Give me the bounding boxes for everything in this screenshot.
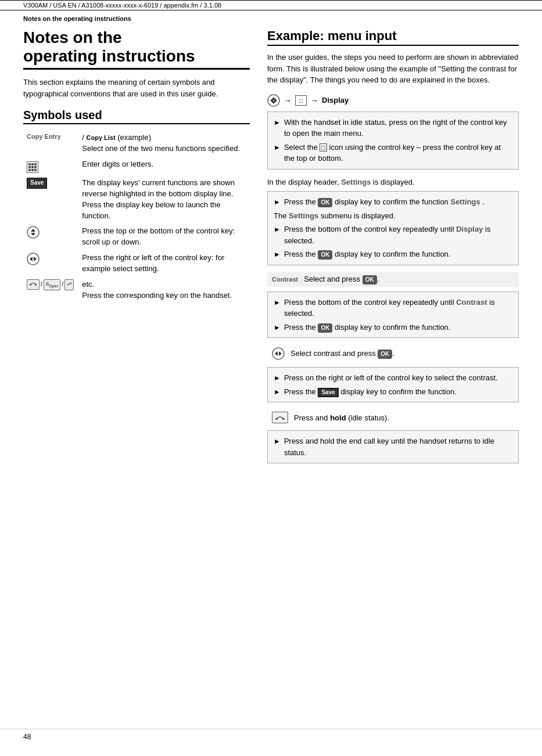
svg-marker-11 (270, 98, 273, 103)
box2-item1: ► Press the OK display key to confirm th… (274, 196, 512, 208)
bullet-icon: ► (274, 387, 281, 397)
control-updown-icon (27, 226, 40, 239)
grid-icon (27, 161, 38, 173)
table-row: / 0Oper / *o etc.Press the corresponding… (23, 277, 250, 304)
svg-rect-16 (275, 418, 278, 420)
box3-item2: ► Press the OK display key to confirm th… (274, 322, 512, 333)
arrow2: → (310, 96, 318, 105)
instruction-box-5: ► Press and hold the end call key until … (267, 430, 519, 463)
header-bar: V300AM / USA EN / A31008-xxxxx-xxxx-x-60… (0, 0, 542, 10)
ok-button-icon: OK (362, 275, 377, 285)
svg-marker-2 (31, 233, 35, 236)
svg-point-13 (272, 348, 284, 359)
symbol-key (23, 250, 78, 277)
save-icon: Save (27, 178, 47, 189)
box3-item1: ► Press the bottom of the control key re… (274, 297, 512, 319)
symbol-key: Copy Entry (23, 130, 78, 157)
symbol-desc: / Copy List (example) Select one of the … (78, 130, 250, 157)
symbol-key (23, 224, 78, 250)
symbol-desc: Press the right or left of the control k… (78, 250, 250, 277)
bullet-icon: ► (274, 373, 281, 383)
ok-button-icon: OK (318, 250, 332, 260)
table-row: Copy Entry / Copy List (example) Select … (23, 130, 250, 157)
main-content: Notes on the operating instructions This… (0, 23, 542, 505)
box2-item2: The Settings submenu is displayed. (274, 210, 512, 222)
symbols-heading: Symbols used (23, 109, 250, 124)
table-row: Save The display keys' current functions… (23, 175, 250, 224)
box2-item3: ► Press the bottom of the control key re… (274, 224, 512, 246)
svg-marker-14 (275, 351, 278, 356)
instruction-box-2: ► Press the OK display key to confirm th… (267, 191, 519, 265)
inline-text-1: In the display header, Settings is displ… (267, 177, 519, 188)
arrow1: → (283, 96, 292, 105)
svg-rect-6 (30, 284, 31, 286)
ok-button-icon: OK (378, 350, 392, 359)
nav-row: → □ → Display (267, 94, 519, 107)
symbol-desc: The display keys' current functions are … (78, 175, 250, 224)
contrast-label: Contrast (272, 276, 298, 283)
footer: 48 (0, 729, 542, 744)
symbol-desc: Enter digits or letters. (78, 157, 250, 175)
right-column: Example: menu input In the user guides, … (267, 28, 519, 470)
right-heading: Example: menu input (267, 28, 519, 46)
intro-text: This section explains the meaning of cer… (23, 77, 250, 99)
left-column: Notes on the operating instructions This… (23, 28, 250, 470)
instruction-box-3: ► Press the bottom of the control key re… (267, 291, 519, 339)
nav-display-label: Display (322, 96, 349, 105)
oper-key-icon: 0Oper (44, 279, 60, 290)
symbol-key (23, 157, 78, 175)
box4-item2: ► Press the Save display key to confirm … (274, 386, 512, 398)
symbol-table: Copy Entry / Copy List (example) Select … (23, 130, 250, 303)
svg-rect-7 (35, 284, 37, 286)
main-title-block: Notes on the operating instructions (23, 28, 250, 70)
right-intro: In the user guides, the steps you need t… (267, 52, 519, 86)
bullet-icon: ► (274, 297, 281, 308)
table-row: Press the top or the bottom of the contr… (23, 224, 250, 250)
bullet-icon: ► (274, 117, 281, 128)
end-call-icon (272, 412, 288, 423)
menu-icon: □ (295, 95, 307, 106)
select-contrast-row: Select contrast and press OK. (267, 345, 519, 362)
instruction-box-4: ► Press on the right or left of the cont… (267, 367, 519, 402)
header-text: V300AM / USA EN / A31008-xxxxx-xxxx-x-60… (23, 2, 221, 9)
page-number: 48 (23, 733, 31, 741)
box1-item2: ► Select the □ icon using the control ke… (274, 142, 512, 164)
svg-marker-4 (30, 257, 33, 261)
box4-item1: ► Press on the right or left of the cont… (274, 372, 512, 384)
symbol-desc: etc.Press the corresponding key on the h… (78, 277, 250, 304)
svg-rect-17 (282, 418, 285, 420)
table-row: Enter digits or letters. (23, 157, 250, 175)
svg-point-8 (268, 95, 279, 106)
section-label: Notes on the operating instructions (23, 15, 131, 22)
ok-button-icon: OK (318, 198, 332, 207)
control-leftright2-icon (272, 347, 285, 360)
title-underline (23, 68, 250, 70)
box5-item1: ► Press and hold the end call key until … (274, 435, 512, 458)
bullet-icon: ► (274, 436, 281, 447)
symbol-desc: Press the top or the bottom of the contr… (78, 224, 250, 250)
svg-marker-1 (31, 229, 35, 232)
ok-button-icon: OK (318, 323, 332, 333)
symbol-key: / 0Oper / *o (23, 277, 78, 304)
bullet-icon: ► (274, 322, 281, 333)
svg-point-3 (27, 253, 39, 265)
svg-marker-15 (279, 351, 282, 356)
page: V300AM / USA EN / A31008-xxxxx-xxxx-x-60… (0, 0, 542, 756)
box2-item4: ► Press the OK display key to confirm th… (274, 249, 512, 260)
box1-item1: ► With the handset in idle status, press… (274, 117, 512, 139)
nav-control-icon (267, 94, 280, 107)
table-row: Press the right or left of the control k… (23, 250, 250, 277)
bullet-icon: ► (274, 142, 281, 153)
star-key-icon: *o (64, 279, 74, 290)
svg-marker-12 (274, 98, 277, 103)
end-key-icon (27, 279, 40, 290)
bullet-icon: ► (274, 197, 281, 207)
control-leftright-icon (27, 253, 40, 265)
bullet-icon: ► (274, 224, 281, 235)
bullet-icon: ► (274, 249, 281, 260)
press-hold-row: Press and hold (idle status). (267, 409, 519, 426)
symbol-key: Save (23, 175, 78, 224)
contrast-row: Contrast Select and press OK. (267, 272, 519, 287)
instruction-box-1: ► With the handset in idle status, press… (267, 111, 519, 170)
main-title: Notes on the operating instructions (23, 28, 250, 66)
